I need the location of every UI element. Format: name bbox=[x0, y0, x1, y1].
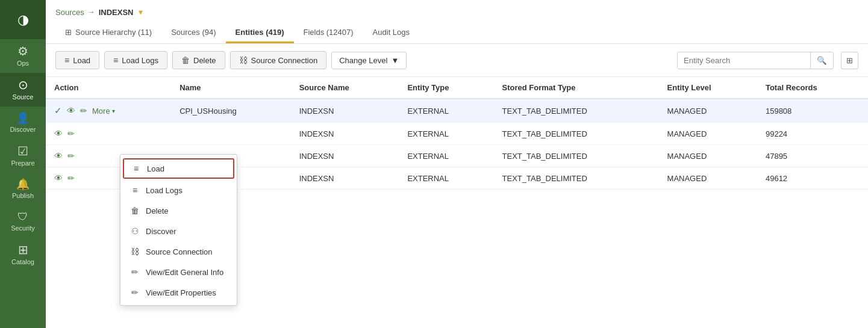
dropdown-item-source-connection[interactable]: ⛓ Source Connection bbox=[120, 241, 237, 262]
row-entity-level: MANAGED bbox=[659, 99, 757, 123]
sidebar-item-source[interactable]: ⊙ Source bbox=[0, 73, 46, 107]
entity-search-input[interactable] bbox=[678, 52, 810, 69]
sidebar-item-security[interactable]: 🛡 Security bbox=[0, 205, 46, 238]
tab-label-source-hierarchy: Source Hierarchy (11) bbox=[75, 28, 152, 37]
row-total-records: 47895 bbox=[757, 145, 868, 167]
breadcrumb-arrow: → bbox=[88, 8, 95, 16]
breadcrumb-current: INDEXSN bbox=[99, 8, 134, 17]
load-logs-button[interactable]: ≡ Load Logs bbox=[104, 51, 167, 69]
row-edit-icon[interactable]: ✏ bbox=[67, 129, 75, 138]
col-source-name: Source Name bbox=[291, 77, 399, 99]
sidebar-item-prepare[interactable]: ☑ Prepare bbox=[0, 139, 46, 173]
sidebar-label-prepare: Prepare bbox=[11, 159, 34, 167]
dropdown-item-discover[interactable]: ⚇ Discover bbox=[120, 221, 237, 241]
col-name: Name bbox=[171, 77, 290, 99]
row-edit-icon[interactable]: ✏ bbox=[67, 151, 75, 161]
search-submit-button[interactable]: 🔍 bbox=[810, 52, 833, 69]
sidebar-label-source: Source bbox=[13, 93, 34, 101]
dropdown-delete-icon: 🗑 bbox=[130, 206, 140, 215]
col-action: Action bbox=[46, 77, 171, 99]
dropdown-view-edit-properties-label: View/Edit Properties bbox=[146, 288, 216, 297]
source-connection-button[interactable]: ⛓ Source Connection bbox=[230, 51, 327, 69]
source-connection-label: Source Connection bbox=[251, 56, 318, 65]
header: Sources → INDEXSN ▾ ⊞ Source Hierarchy (… bbox=[46, 0, 868, 44]
action-cell: ✓ 👁 ✏ More ▾ bbox=[46, 99, 171, 123]
grid-icon: ⊞ bbox=[846, 56, 853, 65]
dropdown-view-edit-properties-icon: ✏ bbox=[130, 288, 140, 297]
table-row: 👁 ✏ INDEXSN EXTERNAL TEXT_TAB_DELIMITED … bbox=[46, 123, 868, 145]
dropdown-discover-icon: ⚇ bbox=[130, 226, 140, 236]
load-button[interactable]: ≡ Load bbox=[55, 51, 99, 69]
load-icon: ≡ bbox=[64, 55, 69, 65]
table-header-row: Action Name Source Name Entity Type Stor… bbox=[46, 77, 868, 99]
sidebar-item-catalog[interactable]: ⊞ Catalog bbox=[0, 238, 46, 271]
dropdown-view-edit-general-icon: ✏ bbox=[130, 267, 140, 277]
row-edit-icon[interactable]: ✏ bbox=[67, 173, 75, 183]
row-entity-type: EXTERNAL bbox=[399, 167, 493, 190]
sidebar-item-discover[interactable]: 👤 Discover bbox=[0, 107, 46, 139]
sidebar-logo[interactable]: ◑ bbox=[0, 0, 46, 39]
delete-label: Delete bbox=[193, 56, 216, 65]
dropdown-item-view-edit-general[interactable]: ✏ View/Edit General Info bbox=[120, 262, 237, 282]
tab-entities[interactable]: Entities (419) bbox=[226, 23, 294, 43]
search-icon: 🔍 bbox=[817, 56, 827, 65]
breadcrumb-dropdown-icon[interactable]: ▾ bbox=[139, 7, 143, 17]
publish-icon: 🔔 bbox=[16, 179, 30, 190]
grid-view-button[interactable]: ⊞ bbox=[841, 52, 858, 69]
row-total-records: 159808 bbox=[757, 99, 868, 123]
row-eye-icon[interactable]: 👁 bbox=[54, 151, 63, 161]
tab-label-fields: Fields (12407) bbox=[304, 28, 354, 37]
change-level-chevron-icon: ▼ bbox=[391, 56, 399, 65]
row-source-name: INDEXSN bbox=[291, 145, 399, 167]
sidebar-label-discover: Discover bbox=[10, 126, 36, 133]
dropdown-item-load-logs[interactable]: ≡ Load Logs bbox=[120, 180, 237, 200]
row-entity-level: MANAGED bbox=[659, 167, 757, 190]
breadcrumb-parent[interactable]: Sources bbox=[55, 8, 84, 17]
source-icon: ⊙ bbox=[18, 79, 28, 91]
discover-icon: 👤 bbox=[16, 113, 30, 123]
tab-source-hierarchy[interactable]: ⊞ Source Hierarchy (11) bbox=[55, 23, 161, 43]
more-chevron-icon: ▾ bbox=[112, 108, 115, 114]
breadcrumb: Sources → INDEXSN ▾ bbox=[55, 7, 858, 17]
dropdown-source-connection-icon: ⛓ bbox=[130, 247, 140, 256]
tab-audit-logs[interactable]: Audit Logs bbox=[363, 23, 419, 43]
row-stored-format: TEXT_TAB_DELIMITED bbox=[494, 99, 659, 123]
row-entity-type: EXTERNAL bbox=[399, 145, 493, 167]
row-eye-icon[interactable]: 👁 bbox=[54, 173, 63, 183]
sidebar-label-catalog: Catalog bbox=[11, 258, 34, 265]
row-stored-format: TEXT_TAB_DELIMITED bbox=[494, 145, 659, 167]
row-source-name: INDEXSN bbox=[291, 99, 399, 123]
dropdown-view-edit-general-label: View/Edit General Info bbox=[146, 268, 223, 277]
row-stored-format: TEXT_TAB_DELIMITED bbox=[494, 123, 659, 145]
row-check-icon[interactable]: ✓ bbox=[54, 105, 62, 116]
load-label: Load bbox=[73, 56, 90, 65]
sidebar-label-publish: Publish bbox=[12, 192, 34, 199]
load-logs-icon: ≡ bbox=[113, 55, 118, 65]
row-entity-type: EXTERNAL bbox=[399, 123, 493, 145]
sidebar-item-ops[interactable]: ⚙ Ops bbox=[0, 39, 46, 73]
more-label: More bbox=[92, 107, 110, 116]
tab-label-sources: Sources (94) bbox=[171, 28, 216, 37]
change-level-button[interactable]: Change Level ▼ bbox=[331, 52, 407, 69]
dropdown-item-delete[interactable]: 🗑 Delete bbox=[120, 200, 237, 221]
col-entity-type: Entity Type bbox=[399, 77, 493, 99]
dropdown-item-view-edit-properties[interactable]: ✏ View/Edit Properties bbox=[120, 282, 237, 303]
row-edit-icon[interactable]: ✏ bbox=[80, 106, 87, 116]
more-button[interactable]: More ▾ bbox=[92, 107, 115, 116]
row-total-records: 49612 bbox=[757, 167, 868, 190]
action-cell: 👁 ✏ bbox=[46, 123, 171, 145]
row-eye-icon[interactable]: 👁 bbox=[54, 129, 63, 138]
source-connection-icon: ⛓ bbox=[239, 55, 248, 65]
tab-label-audit-logs: Audit Logs bbox=[373, 28, 410, 37]
delete-button[interactable]: 🗑 Delete bbox=[172, 51, 225, 69]
row-eye-icon[interactable]: 👁 bbox=[67, 106, 75, 116]
logo-icon: ◑ bbox=[17, 12, 29, 28]
hierarchy-icon: ⊞ bbox=[65, 28, 72, 37]
tab-fields[interactable]: Fields (12407) bbox=[294, 23, 363, 43]
sidebar-item-publish[interactable]: 🔔 Publish bbox=[0, 173, 46, 205]
dropdown-load-logs-icon: ≡ bbox=[130, 185, 140, 195]
tab-label-entities: Entities (419) bbox=[236, 28, 284, 37]
tab-sources[interactable]: Sources (94) bbox=[161, 23, 225, 43]
dropdown-item-load[interactable]: ≡ Load bbox=[123, 158, 234, 179]
sidebar: ◑ ⚙ Ops ⊙ Source 👤 Discover ☑ Prepare 🔔 … bbox=[0, 0, 46, 328]
